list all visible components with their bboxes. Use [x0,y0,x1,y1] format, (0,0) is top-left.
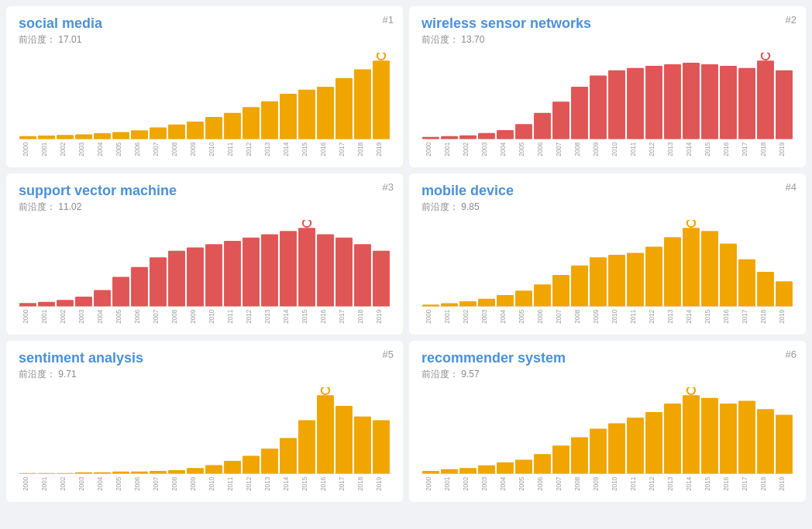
svg-rect-89 [94,290,111,306]
svg-rect-102 [335,238,353,307]
chart-area: 2000200120022003200420052006200720082009… [421,387,793,496]
svg-text:2010: 2010 [208,309,215,323]
svg-rect-175 [131,472,148,474]
svg-rect-46 [478,133,495,139]
svg-text:2004: 2004 [97,476,104,490]
svg-text:2015: 2015 [301,142,308,156]
svg-text:2012: 2012 [649,476,655,490]
svg-rect-230 [776,415,793,474]
svg-rect-141 [683,228,700,306]
card-sentiment-analysis: #5sentiment analysis前沿度： 9.7120002001200… [6,341,403,502]
bar-chart: 2000200120022003200420052006200720082009… [421,387,793,496]
svg-rect-181 [243,456,260,474]
svg-rect-52 [590,75,607,139]
card-support-vector-machine: #3support vector machine前沿度： 11.02200020… [6,173,403,335]
svg-text:2006: 2006 [134,476,141,490]
svg-rect-48 [515,124,532,139]
svg-rect-218 [552,445,569,473]
svg-rect-138 [627,253,644,307]
svg-text:2004: 2004 [500,476,507,490]
svg-text:2014: 2014 [686,142,693,156]
bar-chart: 2000200120022003200420052006200720082009… [19,53,391,161]
svg-rect-223 [645,412,662,474]
bar-chart: 2000200120022003200420052006200720082009… [19,387,391,496]
svg-text:2015: 2015 [704,309,711,323]
svg-rect-221 [608,423,625,473]
svg-text:2015: 2015 [301,309,308,323]
card-social-media: #1social media前沿度： 17.012000200120022003… [6,6,403,167]
svg-text:2012: 2012 [246,142,253,156]
svg-rect-4 [75,135,92,139]
svg-rect-61 [757,60,774,139]
svg-text:2002: 2002 [463,476,470,490]
svg-rect-54 [627,68,644,139]
svg-text:2005: 2005 [518,476,525,490]
svg-rect-103 [354,244,371,306]
svg-text:2019: 2019 [779,142,786,156]
svg-rect-169 [19,473,36,474]
chart-area: 2000200120022003200420052006200720082009… [19,220,391,328]
svg-text:2006: 2006 [134,142,141,156]
svg-rect-15 [280,94,297,139]
card-rank: #4 [786,181,797,193]
svg-rect-20 [373,60,390,139]
svg-text:2014: 2014 [686,309,693,323]
svg-rect-185 [317,395,334,473]
card-rank: #6 [786,349,797,360]
svg-rect-93 [168,251,185,307]
svg-rect-62 [776,70,793,139]
svg-text:2018: 2018 [760,142,767,156]
svg-text:2000: 2000 [425,142,432,156]
svg-text:2010: 2010 [208,142,215,156]
svg-text:2015: 2015 [704,142,711,156]
card-subtitle: 前沿度： 17.01 [19,33,391,46]
svg-text:2007: 2007 [153,309,160,323]
svg-text:2001: 2001 [41,309,48,323]
svg-rect-87 [57,300,74,306]
svg-rect-92 [150,257,167,306]
svg-text:2018: 2018 [357,142,364,156]
svg-text:2000: 2000 [425,476,432,490]
svg-rect-58 [701,64,718,139]
svg-text:2000: 2000 [22,142,29,156]
svg-rect-3 [57,135,74,139]
svg-rect-127 [422,304,439,306]
svg-text:2014: 2014 [686,476,693,490]
card-title: recommender system [421,350,793,366]
svg-rect-133 [534,284,551,306]
svg-rect-143 [720,243,737,306]
svg-text:2007: 2007 [556,309,563,323]
svg-text:2001: 2001 [444,142,451,156]
svg-rect-170 [38,473,55,474]
svg-text:2008: 2008 [171,309,178,323]
svg-text:2012: 2012 [246,309,253,323]
svg-text:2014: 2014 [283,142,290,156]
svg-rect-212 [441,469,458,474]
card-mobile-device: #4mobile device前沿度： 9.852000200120022003… [409,173,806,335]
bar-chart: 2000200120022003200420052006200720082009… [421,53,793,161]
svg-point-231 [687,387,695,394]
svg-point-63 [762,53,769,60]
card-title: social media [19,15,391,32]
svg-text:2001: 2001 [41,142,48,156]
svg-rect-55 [645,66,662,139]
card-title: sentiment analysis [19,350,391,366]
svg-text:2003: 2003 [481,142,488,156]
svg-rect-215 [497,462,514,473]
svg-text:2013: 2013 [667,142,674,156]
svg-text:2003: 2003 [78,309,85,323]
svg-text:2011: 2011 [630,309,637,323]
svg-text:2017: 2017 [339,476,346,490]
svg-text:2007: 2007 [556,476,563,490]
main-grid: #1social media前沿度： 17.012000200120022003… [6,6,806,502]
svg-text:2013: 2013 [264,309,271,323]
svg-rect-45 [459,136,477,139]
svg-text:2018: 2018 [760,476,767,490]
svg-rect-13 [243,107,260,139]
svg-rect-140 [664,237,681,306]
svg-text:2011: 2011 [630,142,637,156]
svg-text:2018: 2018 [760,309,767,323]
svg-rect-98 [261,235,278,307]
svg-rect-174 [112,472,129,474]
svg-rect-184 [298,420,315,473]
